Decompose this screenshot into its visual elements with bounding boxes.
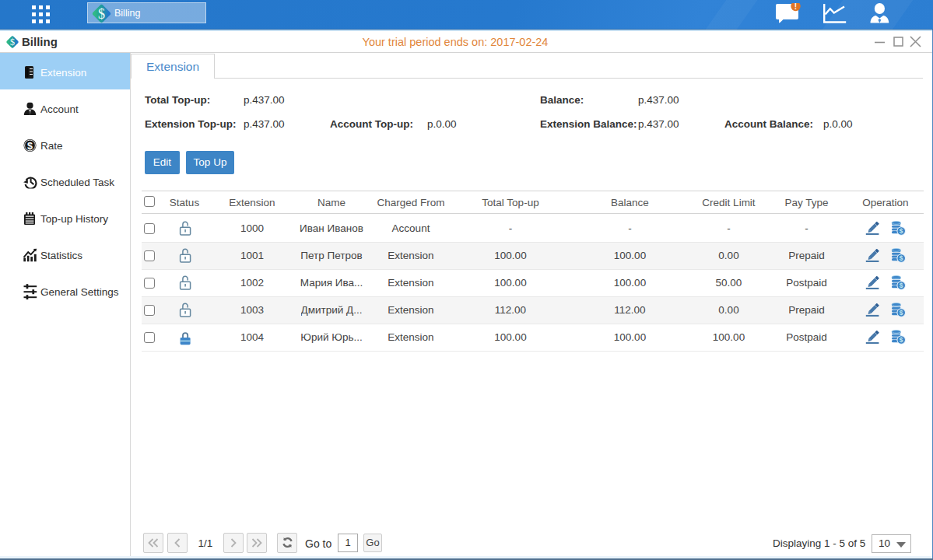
svg-text:!: ! — [794, 3, 797, 11]
svg-text:$: $ — [900, 282, 903, 289]
svg-text:$: $ — [27, 140, 33, 151]
svg-text:$: $ — [900, 309, 903, 317]
svg-text:$: $ — [900, 227, 903, 235]
svg-text:$: $ — [900, 254, 903, 262]
svg-text:$: $ — [98, 6, 105, 22]
svg-text:$: $ — [900, 336, 903, 344]
